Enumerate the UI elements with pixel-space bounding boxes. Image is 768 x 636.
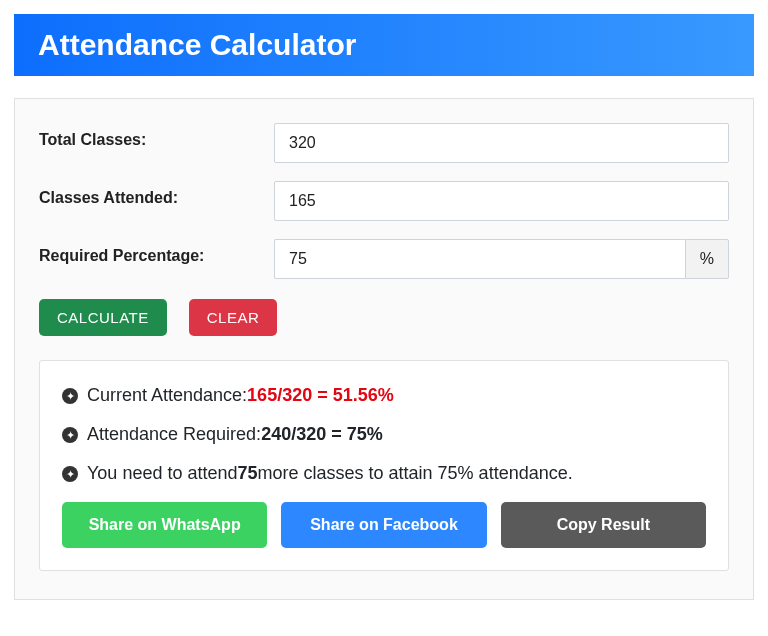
total-classes-label: Total Classes:	[39, 123, 274, 149]
total-classes-input[interactable]	[274, 123, 729, 163]
star-icon	[62, 388, 78, 404]
calculate-button[interactable]: CALCULATE	[39, 299, 167, 336]
classes-attended-label: Classes Attended:	[39, 181, 274, 207]
action-row: CALCULATE CLEAR	[39, 299, 729, 336]
star-icon	[62, 427, 78, 443]
share-whatsapp-button[interactable]: Share on WhatsApp	[62, 502, 267, 548]
share-row: Share on WhatsApp Share on Facebook Copy…	[62, 502, 706, 548]
row-total: Total Classes:	[39, 123, 729, 163]
classes-attended-input[interactable]	[274, 181, 729, 221]
result-need: You need to attend 75 more classes to at…	[62, 463, 706, 484]
result-required: Attendance Required: 240/320 = 75%	[62, 424, 706, 445]
share-facebook-button[interactable]: Share on Facebook	[281, 502, 486, 548]
clear-button[interactable]: CLEAR	[189, 299, 278, 336]
page-title: Attendance Calculator	[14, 14, 754, 76]
required-percentage-input[interactable]	[274, 239, 685, 279]
attendance-required-value: 240/320 = 75%	[261, 424, 383, 445]
copy-result-button[interactable]: Copy Result	[501, 502, 706, 548]
calculator-panel: Total Classes: Classes Attended: Require…	[14, 98, 754, 600]
need-text-post: more classes to attain 75% attendance.	[258, 463, 573, 484]
percent-suffix: %	[685, 239, 729, 279]
current-attendance-label: Current Attendance:	[87, 385, 247, 406]
current-attendance-value: 165/320 = 51.56%	[247, 385, 394, 406]
required-percentage-label: Required Percentage:	[39, 239, 274, 265]
need-number: 75	[237, 463, 257, 484]
row-attended: Classes Attended:	[39, 181, 729, 221]
results-box: Current Attendance: 165/320 = 51.56% Att…	[39, 360, 729, 571]
need-text-pre: You need to attend	[87, 463, 237, 484]
star-icon	[62, 466, 78, 482]
row-required: Required Percentage: %	[39, 239, 729, 279]
result-current: Current Attendance: 165/320 = 51.56%	[62, 385, 706, 406]
required-percentage-group: %	[274, 239, 729, 279]
attendance-required-label: Attendance Required:	[87, 424, 261, 445]
